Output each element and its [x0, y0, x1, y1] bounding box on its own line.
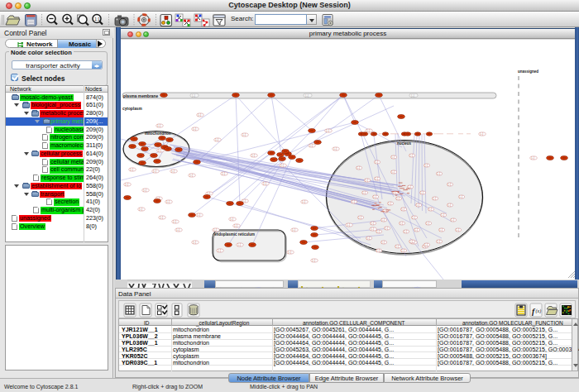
svg-text:[...]: [...] — [189, 174, 193, 177]
svg-text:[...]: [...] — [213, 228, 217, 232]
svg-text:[...]: [...] — [420, 191, 423, 194]
svg-text:[...]: [...] — [385, 227, 388, 230]
svg-text:[...]: [...] — [365, 179, 368, 182]
svg-text:[...]: [...] — [356, 166, 360, 170]
svg-text:[...]: [...] — [416, 203, 419, 207]
svg-text:[...]: [...] — [414, 228, 418, 232]
svg-text:[...]: [...] — [391, 170, 395, 174]
svg-text:[...]: [...] — [412, 216, 415, 219]
svg-text:[...]: [...] — [230, 218, 233, 221]
svg-text:[...]: [...] — [366, 237, 370, 240]
svg-text:[...]: [...] — [396, 197, 400, 200]
svg-text:[...]: [...] — [222, 172, 225, 175]
svg-text:[...]: [...] — [441, 213, 444, 217]
svg-text:[...]: [...] — [143, 189, 146, 192]
svg-text:[...]: [...] — [409, 240, 413, 243]
svg-text:[...]: [...] — [198, 113, 201, 117]
svg-text:[...]: [...] — [309, 144, 313, 147]
svg-text:[...]: [...] — [424, 243, 428, 246]
svg-text:[...]: [...] — [280, 164, 284, 167]
svg-text:[...]: [...] — [366, 129, 370, 132]
svg-text:[...]: [...] — [176, 228, 179, 232]
svg-text:[...]: [...] — [362, 191, 366, 194]
svg-text:[...]: [...] — [408, 185, 411, 189]
svg-text:[...]: [...] — [428, 208, 432, 211]
svg-text:[...]: [...] — [371, 222, 374, 225]
svg-text:[...]: [...] — [373, 195, 376, 198]
svg-text:[...]: [...] — [401, 208, 404, 211]
svg-text:[...]: [...] — [371, 227, 374, 231]
svg-text:1:1: 1:1 — [94, 17, 100, 22]
svg-text:[...]: [...] — [166, 200, 170, 203]
svg-text:[...]: [...] — [326, 129, 329, 132]
svg-text:[...]: [...] — [437, 240, 440, 243]
svg-text:[...]: [...] — [157, 124, 160, 127]
svg-text:[...]: [...] — [375, 160, 378, 164]
svg-text:[...]: [...] — [305, 94, 309, 98]
svg-text:[...]: [...] — [395, 245, 399, 248]
svg-text:[...]: [...] — [388, 202, 391, 205]
svg-text:[...]: [...] — [456, 228, 459, 232]
svg-text:mitochondrion: mitochondrion — [145, 131, 171, 136]
svg-text:[...]: [...] — [401, 249, 404, 252]
svg-text:cytoplasm: cytoplasm — [122, 107, 142, 111]
svg-text:[...]: [...] — [237, 243, 241, 246]
svg-text:[...]: [...] — [433, 197, 436, 200]
svg-text:[...]: [...] — [480, 132, 483, 136]
svg-text:[...]: [...] — [218, 249, 221, 252]
svg-text:[...]: [...] — [242, 133, 246, 136]
svg-text:[...]: [...] — [375, 177, 378, 180]
svg-text:[...]: [...] — [263, 182, 266, 185]
svg-text:[...]: [...] — [411, 94, 414, 98]
svg-text:endoplasmic reticulum: endoplasmic reticulum — [214, 232, 255, 237]
svg-text:[...]: [...] — [171, 170, 175, 173]
svg-text:[...]: [...] — [234, 224, 237, 227]
svg-text:(x): (x) — [536, 308, 542, 314]
svg-text:[...]: [...] — [426, 222, 429, 225]
svg-text:[...]: [...] — [192, 94, 195, 98]
svg-text:[...]: [...] — [424, 164, 428, 167]
svg-text:[...]: [...] — [447, 183, 451, 186]
svg-text:[...]: [...] — [447, 203, 451, 207]
svg-text:[...]: [...] — [288, 251, 291, 254]
svg-text:[...]: [...] — [125, 183, 128, 186]
svg-text:[...]: [...] — [251, 154, 255, 157]
svg-text:[...]: [...] — [153, 170, 156, 173]
svg-text:[...]: [...] — [437, 172, 440, 175]
svg-text:[...]: [...] — [139, 208, 142, 211]
svg-text:[...]: [...] — [376, 230, 380, 233]
svg-text:[...]: [...] — [391, 155, 395, 159]
svg-text:[...]: [...] — [347, 223, 350, 227]
svg-text:[...]: [...] — [352, 200, 355, 203]
svg-text:[...]: [...] — [160, 216, 163, 219]
svg-text:[...]: [...] — [333, 147, 337, 151]
svg-text:[...]: [...] — [381, 241, 385, 244]
svg-text:[...]: [...] — [409, 154, 413, 157]
svg-text:[...]: [...] — [302, 200, 305, 203]
svg-text:[...]: [...] — [312, 259, 315, 262]
svg-text:plasma membrane: plasma membrane — [123, 94, 158, 98]
svg-text:[...]: [...] — [158, 149, 161, 152]
svg-text:[...]: [...] — [400, 222, 403, 225]
svg-text:unassigned: unassigned — [518, 69, 538, 74]
svg-text:[...]: [...] — [292, 228, 295, 232]
svg-text:[...]: [...] — [215, 138, 218, 141]
svg-text:[...]: [...] — [197, 213, 200, 217]
svg-text:[...]: [...] — [404, 230, 407, 233]
svg-text:[...]: [...] — [358, 216, 361, 219]
svg-text:[...]: [...] — [451, 218, 454, 222]
svg-text:[...]: [...] — [173, 220, 176, 223]
svg-text:[...]: [...] — [193, 127, 196, 131]
svg-text:[...]: [...] — [381, 218, 385, 222]
svg-text:[...]: [...] — [376, 249, 380, 252]
svg-text:[...]: [...] — [439, 228, 443, 232]
svg-text:[...]: [...] — [193, 241, 196, 244]
svg-text:[...]: [...] — [531, 156, 534, 160]
svg-text:[...]: [...] — [130, 168, 133, 171]
svg-text:nucleus: nucleus — [397, 141, 412, 146]
svg-text:[...]: [...] — [459, 195, 462, 198]
